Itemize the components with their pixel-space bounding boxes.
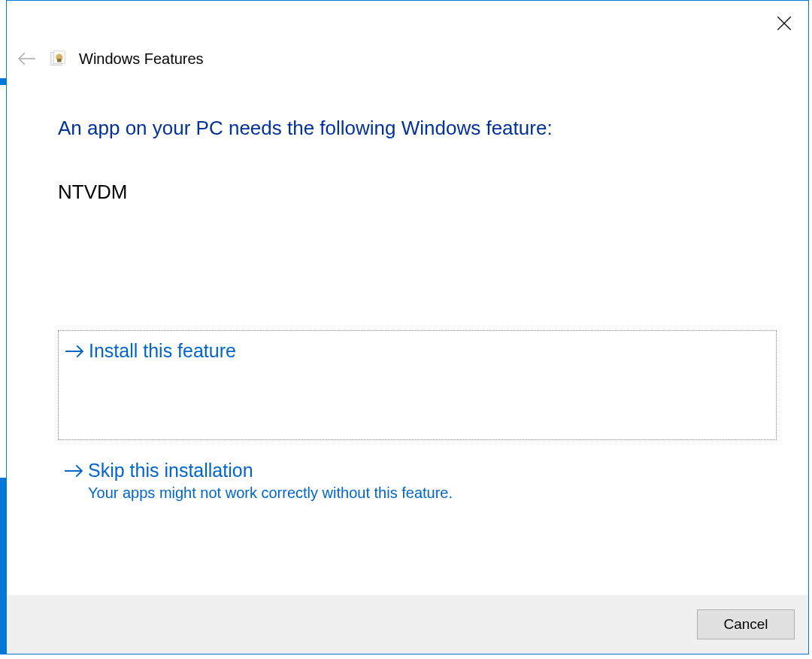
skip-title: Skip this installation — [88, 460, 253, 481]
close-button[interactable] — [772, 11, 796, 35]
cancel-button[interactable]: Cancel — [697, 609, 795, 639]
install-title-row: Install this feature — [65, 340, 770, 362]
dialog-title: Windows Features — [79, 50, 204, 68]
cancel-label: Cancel — [723, 616, 768, 633]
main-heading: An app on your PC needs the following Wi… — [58, 117, 777, 140]
skip-option[interactable]: Skip this installation Your apps might n… — [58, 460, 777, 508]
skip-subtitle: Your apps might not work correctly witho… — [88, 484, 771, 502]
close-icon — [777, 16, 792, 31]
header-row: Windows Features — [7, 1, 808, 68]
content-area: An app on your PC needs the following Wi… — [7, 68, 808, 595]
install-title: Install this feature — [89, 340, 236, 362]
footer-bar: Cancel — [7, 595, 808, 654]
skip-title-row: Skip this installation — [64, 460, 771, 481]
dialog-frame: Windows Features An app on your PC needs… — [6, 0, 809, 654]
svg-rect-6 — [57, 59, 62, 62]
back-arrow-icon — [17, 51, 37, 66]
arrow-right-icon — [64, 464, 85, 478]
feature-name: NTVDM — [58, 181, 777, 204]
arrow-right-icon — [65, 345, 86, 358]
install-option[interactable]: Install this feature — [58, 330, 777, 440]
windows-features-icon — [49, 50, 67, 68]
back-button — [17, 49, 37, 68]
left-edge-stripe — [0, 0, 6, 654]
